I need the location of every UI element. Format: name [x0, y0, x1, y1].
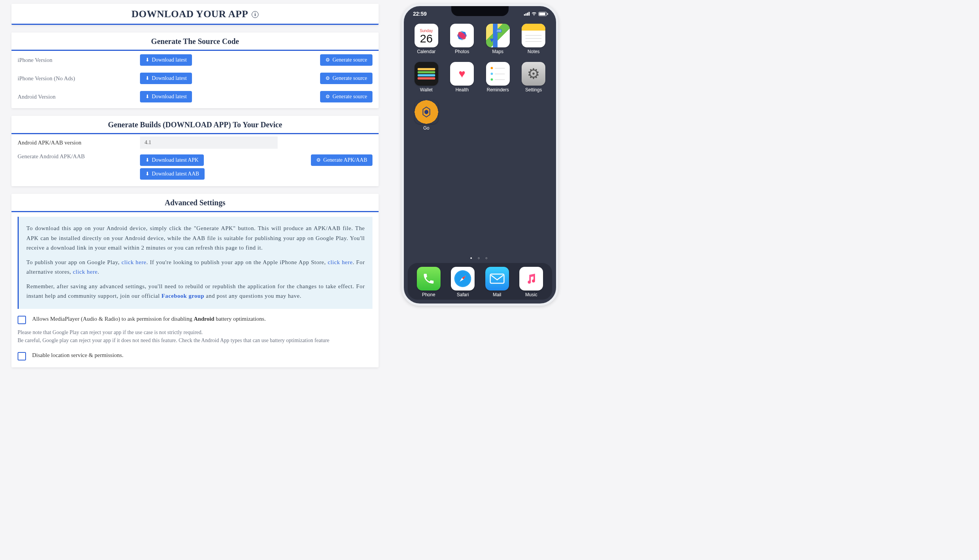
dock-phone[interactable]: Phone: [412, 267, 446, 297]
dock-mail[interactable]: Mail: [480, 267, 514, 297]
cogs-icon: ⚙: [325, 93, 330, 100]
app-maps[interactable]: 280 Maps: [481, 24, 515, 60]
status-right: [524, 11, 547, 17]
app-label: Go: [424, 125, 429, 131]
download-icon: ⬇: [145, 75, 150, 82]
link-app-store[interactable]: click here: [328, 259, 353, 265]
app-label: Notes: [528, 49, 540, 54]
app-notes[interactable]: Notes: [517, 24, 551, 60]
row-label-android: Android Version: [18, 93, 140, 100]
link-alt-stores[interactable]: click here: [73, 269, 98, 275]
row-label-iphone-noads: iPhone Version (No Ads): [18, 75, 140, 82]
cogs-icon: ⚙: [325, 75, 330, 82]
signal-icon: [524, 12, 530, 16]
phone-icon: [417, 267, 440, 290]
download-latest-apk-button[interactable]: ⬇ Download latest APK: [140, 155, 204, 166]
info-box: To download this app on your Android dev…: [18, 217, 372, 309]
version-input[interactable]: [140, 137, 278, 149]
link-google-play[interactable]: click here: [122, 259, 147, 265]
cogs-icon: ⚙: [316, 157, 321, 163]
app-health[interactable]: ♥ Health: [445, 62, 480, 98]
info-p2: To publish your app on Google Play, clic…: [27, 258, 365, 277]
info-p1: To download this app on your Android dev…: [27, 223, 365, 253]
download-icon: ⬇: [145, 93, 150, 100]
generate-source-button[interactable]: ⚙ Generate source: [320, 54, 372, 66]
wallet-icon: [415, 62, 438, 86]
note-google-play-2: Be careful, Google play can reject your …: [12, 337, 379, 345]
app-label: Wallet: [420, 87, 432, 93]
music-icon: [519, 267, 543, 290]
phone-preview: 22:59 Sunday26 Calendar: [402, 4, 558, 306]
app-wallet[interactable]: Wallet: [409, 62, 444, 98]
download-latest-button[interactable]: ⬇ Download latest: [140, 73, 192, 84]
app-settings[interactable]: ⚙ Settings: [517, 62, 551, 98]
row-label-iphone: iPhone Version: [18, 57, 140, 63]
wifi-icon: [531, 11, 537, 17]
generate-source-button[interactable]: ⚙ Generate source: [320, 73, 372, 84]
svg-rect-15: [490, 274, 504, 283]
mail-icon: [485, 267, 509, 290]
checkbox-label-battery: Allows MediaPlayer (Audio & Radio) to as…: [32, 316, 266, 322]
download-latest-aab-button[interactable]: ⬇ Download latest AAB: [140, 168, 205, 180]
app-label: Health: [455, 87, 469, 93]
generate-android-label: Generate Android APK/AAB: [18, 153, 140, 160]
reminders-icon: [486, 62, 510, 86]
link-facebook-group[interactable]: Facebook group: [162, 293, 204, 299]
checkbox-disable-location[interactable]: [18, 352, 26, 360]
app-label: Music: [525, 292, 537, 297]
download-icon: ⬇: [145, 57, 150, 63]
app-calendar[interactable]: Sunday26 Calendar: [409, 24, 444, 60]
download-icon: ⬇: [145, 171, 150, 177]
version-label: Android APK/AAB version: [18, 140, 140, 146]
section-header-source: Generate The Source Code: [12, 32, 379, 51]
go-icon: [415, 100, 438, 124]
page-dots: ● ○ ○: [404, 253, 556, 263]
download-latest-button[interactable]: ⬇ Download latest: [140, 54, 192, 66]
info-icon[interactable]: i: [252, 11, 259, 18]
app-label: Mail: [493, 292, 501, 297]
dock-music[interactable]: Music: [514, 267, 549, 297]
note-google-play-1: Please note that Google Play can reject …: [12, 326, 379, 337]
section-header-advanced: Advanced Settings: [12, 194, 379, 212]
dock-safari[interactable]: Safari: [446, 267, 480, 297]
app-photos[interactable]: Photos: [445, 24, 480, 60]
app-label: Settings: [525, 87, 542, 93]
app-label: Safari: [457, 292, 469, 297]
status-time: 22:59: [413, 11, 427, 17]
app-label: Calendar: [417, 49, 435, 54]
download-icon: ⬇: [145, 157, 150, 163]
checkbox-label-location: Disable location service & permissions.: [32, 352, 123, 358]
phone-dock: Phone Safari Mail Music: [408, 263, 552, 300]
app-label: Reminders: [487, 87, 509, 93]
battery-icon: [539, 12, 547, 16]
safari-icon: [451, 267, 475, 290]
app-label: Photos: [455, 49, 469, 54]
app-label: Phone: [422, 292, 435, 297]
notes-icon: [522, 24, 545, 47]
checkbox-battery-optimization[interactable]: [18, 316, 26, 324]
generate-apk-aab-button[interactable]: ⚙ Generate APK/AAB: [311, 155, 372, 166]
maps-icon: 280: [486, 24, 510, 47]
app-label: Maps: [492, 49, 503, 54]
generate-source-button[interactable]: ⚙ Generate source: [320, 91, 372, 102]
app-reminders[interactable]: Reminders: [481, 62, 515, 98]
cogs-icon: ⚙: [325, 57, 330, 63]
health-icon: ♥: [450, 62, 474, 86]
page-title: DOWNLOAD YOUR APP i: [12, 4, 379, 25]
app-go[interactable]: Go: [409, 100, 444, 137]
phone-notch: [451, 6, 509, 16]
info-p3: Remember, after saving any advanced sett…: [27, 282, 365, 301]
settings-icon: ⚙: [522, 62, 545, 86]
photos-icon: [450, 24, 474, 47]
download-latest-button[interactable]: ⬇ Download latest: [140, 91, 192, 102]
section-header-builds: Generate Builds (DOWNLOAD APP) To Your D…: [12, 116, 379, 134]
